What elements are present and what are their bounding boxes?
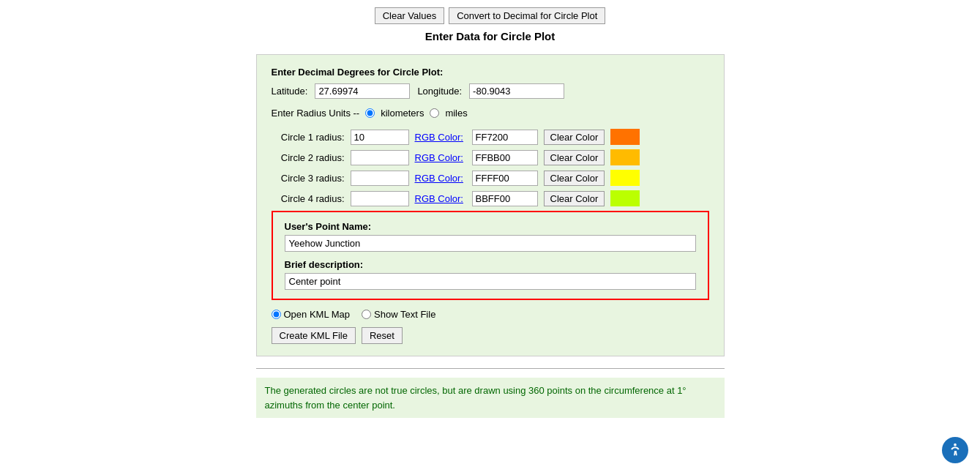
circle-4-color-swatch (610, 190, 640, 206)
circle-row-4: Circle 4 radius: RGB Color: Clear Color (272, 190, 709, 206)
circle-4-radius-input[interactable] (351, 191, 409, 206)
divider (256, 368, 725, 369)
page-title: Enter Data for Circle Plot (0, 30, 980, 42)
description-input[interactable] (285, 273, 696, 290)
decimal-section-label: Enter Decimal Degrees for Circle Plot: (272, 67, 709, 78)
radius-units-label: Enter Radius Units -- (272, 108, 360, 119)
point-name-input[interactable] (285, 235, 696, 252)
open-kml-radio[interactable] (272, 310, 281, 319)
circle-row-1: Circle 1 radius: RGB Color: Clear Color (272, 129, 709, 145)
latitude-label: Latitude: (272, 86, 308, 97)
circle-2-rgb-link[interactable]: RGB Color: (415, 152, 466, 163)
circle-row-3: Circle 3 radius: RGB Color: Clear Color (272, 170, 709, 186)
circle-1-radius-input[interactable] (351, 130, 409, 145)
show-text-radio[interactable] (362, 310, 371, 319)
longitude-label: Longitude: (417, 86, 462, 97)
circle-1-label: Circle 1 radius: (272, 132, 345, 143)
show-text-option[interactable]: Show Text File (362, 309, 435, 320)
show-text-label: Show Text File (374, 309, 435, 320)
circle-2-label: Circle 2 radius: (272, 152, 345, 163)
circle-4-color-input[interactable] (472, 191, 538, 206)
longitude-input[interactable] (469, 83, 564, 99)
circle-3-radius-input[interactable] (351, 171, 409, 186)
circle-1-rgb-link[interactable]: RGB Color: (415, 132, 466, 143)
kilometers-radio[interactable] (365, 108, 375, 118)
circle-2-clear-color-button[interactable]: Clear Color (544, 150, 605, 165)
create-kml-button[interactable]: Create KML File (272, 327, 356, 344)
circle-3-rgb-link[interactable]: RGB Color: (415, 173, 466, 184)
circle-4-clear-color-button[interactable]: Clear Color (544, 191, 605, 206)
point-name-label: User's Point Name: (285, 221, 696, 232)
circle-4-label: Circle 4 radius: (272, 193, 345, 204)
circle-2-color-input[interactable] (472, 150, 538, 165)
circle-row-2: Circle 2 radius: RGB Color: Clear Color (272, 149, 709, 165)
open-kml-option[interactable]: Open KML Map (272, 309, 351, 320)
open-kml-label: Open KML Map (284, 309, 351, 320)
description-label: Brief description: (285, 259, 696, 270)
user-point-section: User's Point Name: Brief description: (272, 211, 709, 300)
circle-3-clear-color-button[interactable]: Clear Color (544, 171, 605, 186)
convert-to-decimal-button[interactable]: Convert to Decimal for Circle Plot (449, 7, 605, 24)
circle-2-radius-input[interactable] (351, 150, 409, 165)
circle-1-clear-color-button[interactable]: Clear Color (544, 130, 605, 145)
circle-3-color-input[interactable] (472, 171, 538, 186)
kilometers-label: kilometers (381, 108, 424, 119)
circle-2-color-swatch (610, 149, 640, 165)
miles-label: miles (445, 108, 467, 119)
circle-3-label: Circle 3 radius: (272, 173, 345, 184)
circle-1-color-swatch (610, 129, 640, 145)
circle-1-color-input[interactable] (472, 130, 538, 145)
circle-4-rgb-link[interactable]: RGB Color: (415, 193, 466, 204)
note-text: The generated circles are not true circl… (256, 378, 725, 418)
miles-radio[interactable] (430, 108, 439, 118)
reset-button[interactable]: Reset (362, 327, 403, 344)
circle-3-color-swatch (610, 170, 640, 186)
latitude-input[interactable] (315, 83, 410, 99)
clear-values-button[interactable]: Clear Values (375, 7, 444, 24)
